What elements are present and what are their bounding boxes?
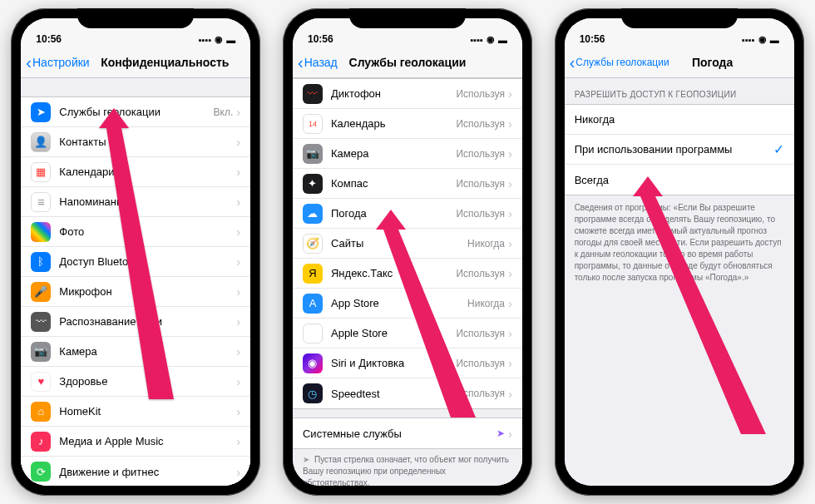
bluetooth-icon: ᛒ	[31, 252, 51, 272]
row-detail: Используя	[456, 268, 505, 279]
row-microphone[interactable]: 🎤 Микрофон ›	[21, 277, 250, 307]
row-speech[interactable]: 〰 Распознавание речи ›	[21, 307, 250, 337]
speech-icon: 〰	[31, 312, 51, 332]
chevron-right-icon: ›	[508, 176, 512, 190]
option-label: Всегда	[575, 174, 784, 186]
row-safari[interactable]: 🧭 Сайты Никогда ›	[293, 229, 522, 259]
row-label: HomeKit	[59, 405, 236, 418]
chevron-right-icon: ›	[236, 344, 240, 358]
chevron-right-icon: ›	[508, 266, 512, 280]
cell-group-options: Никогда При использовании программы ✓ Вс…	[565, 104, 794, 195]
row-label: Движение и фитнес	[59, 466, 236, 478]
row-health[interactable]: Здоровье ›	[21, 367, 250, 397]
screen: 10:56 ▪▪▪▪ ◉ ▬ ‹ Настройки Конфиденциаль…	[21, 18, 250, 486]
row-system-services[interactable]: Системные службы ➤ ›	[293, 418, 522, 448]
chevron-right-icon: ›	[508, 326, 512, 340]
chevron-left-icon: ‹	[26, 54, 32, 71]
nav-back-label: Настройки	[32, 56, 90, 69]
row-camera[interactable]: 📷 Камера Используя ›	[293, 139, 522, 169]
row-detail: Используя	[456, 178, 505, 190]
option-never[interactable]: Никогда	[565, 105, 794, 135]
group-header: РАЗРЕШИТЬ ДОСТУП К ГЕОПОЗИЦИИ	[565, 78, 794, 104]
row-contacts[interactable]: 👤 Контакты ›	[21, 127, 250, 157]
chevron-right-icon: ›	[508, 86, 512, 101]
nav-back-button[interactable]: ‹ Назад	[298, 54, 338, 71]
wifi-icon: ◉	[758, 34, 767, 45]
nav-back-button[interactable]: ‹ Настройки	[26, 54, 89, 71]
row-dictaphone[interactable]: 〰 Диктофон Используя ›	[293, 79, 522, 109]
chevron-right-icon: ›	[508, 236, 512, 250]
row-fitness[interactable]: ⟳ Движение и фитнес ›	[21, 457, 250, 486]
contacts-icon: 👤	[31, 132, 51, 152]
row-location-services[interactable]: ➤ Службы геолокации Вкл. ›	[21, 97, 250, 127]
status-time: 10:56	[580, 33, 605, 45]
row-bluetooth[interactable]: ᛒ Доступ Bluetooth ›	[21, 247, 250, 277]
camera-icon: 📷	[31, 342, 51, 362]
battery-icon: ▬	[770, 35, 779, 45]
content[interactable]: 〰 Диктофон Используя › 14 Календарь Испо…	[293, 78, 522, 486]
row-detail: Используя	[456, 388, 505, 399]
chevron-right-icon: ›	[508, 356, 512, 370]
row-label: Погода	[331, 207, 456, 220]
row-label: Календари	[59, 166, 236, 178]
row-siri[interactable]: ◉ Siri и Диктовка Используя ›	[293, 348, 522, 378]
row-label: Siri и Диктовка	[331, 357, 456, 369]
row-media[interactable]: ♪ Медиа и Apple Music ›	[21, 427, 250, 457]
row-label: Диктофон	[331, 87, 456, 100]
nav-back-label: Назад	[304, 56, 338, 69]
row-label: Здоровье	[59, 375, 236, 388]
nav-bar: ‹ Назад Службы геолокации	[293, 47, 522, 78]
chevron-right-icon: ›	[508, 146, 512, 161]
row-speedtest[interactable]: ◷ Speedtest Используя ›	[293, 378, 522, 408]
row-compass[interactable]: ✦ Компас Используя ›	[293, 169, 522, 199]
row-label: Компас	[331, 177, 456, 190]
row-yandex[interactable]: Я Яндекс.Такс Используя ›	[293, 259, 522, 289]
row-detail: Используя	[456, 208, 505, 220]
row-detail: Используя	[456, 358, 505, 369]
footer-legend: ➤Пустая стрелка означает, что объект мог…	[293, 449, 522, 486]
row-photos[interactable]: Фото ›	[21, 217, 250, 247]
row-label: Яндекс.Такс	[331, 267, 456, 279]
calendar-icon: ▦	[31, 162, 51, 182]
row-weather[interactable]: ☁ Погода Используя ›	[293, 199, 522, 229]
option-label: Никогда	[575, 113, 784, 126]
screen: 10:56 ▪▪▪▪ ◉ ▬ ‹ Службы геолокации Погод…	[565, 18, 794, 486]
content[interactable]: РАЗРЕШИТЬ ДОСТУП К ГЕОПОЗИЦИИ Никогда Пр…	[565, 78, 794, 486]
chevron-right-icon: ›	[236, 135, 240, 149]
row-label: Камера	[59, 345, 236, 358]
row-label: Напоминания	[59, 195, 236, 208]
screen: 10:56 ▪▪▪▪ ◉ ▬ ‹ Назад Службы геолокации…	[293, 18, 522, 486]
row-appstore[interactable]: A App Store Никогда ›	[293, 289, 522, 319]
chevron-right-icon: ›	[236, 284, 240, 299]
checkmark-icon: ✓	[773, 141, 784, 157]
option-while-using[interactable]: При использовании программы ✓	[565, 135, 794, 165]
chevron-right-icon: ›	[508, 427, 512, 441]
location-icon: ➤	[31, 102, 51, 122]
chevron-right-icon: ›	[236, 225, 240, 239]
nav-bar: ‹ Настройки Конфиденциальность	[21, 47, 250, 78]
option-always[interactable]: Всегда	[565, 165, 794, 195]
wifi-icon: ◉	[487, 34, 495, 45]
notch	[349, 8, 466, 28]
chevron-right-icon: ›	[236, 374, 240, 388]
siri-icon: ◉	[303, 353, 323, 373]
status-time: 10:56	[36, 33, 62, 45]
row-label: Службы геолокации	[59, 106, 213, 118]
location-indicator-icon: ➤	[496, 427, 505, 439]
nav-back-button[interactable]: ‹ Службы геолокации	[570, 54, 669, 71]
signal-icon: ▪▪▪▪	[199, 35, 212, 45]
notch	[77, 8, 194, 28]
row-detail: Никогда	[467, 298, 505, 309]
content[interactable]: ➤ Службы геолокации Вкл. › 👤 Контакты › …	[21, 78, 250, 486]
row-homekit[interactable]: ⌂ HomeKit ›	[21, 397, 250, 427]
chevron-right-icon: ›	[508, 206, 512, 220]
row-camera[interactable]: 📷 Камера ›	[21, 337, 250, 367]
row-applestore[interactable]: Apple Store Используя ›	[293, 319, 522, 348]
camera-icon: 📷	[303, 144, 323, 164]
row-reminders[interactable]: Напоминания ›	[21, 187, 250, 217]
chevron-right-icon: ›	[236, 105, 240, 119]
row-detail: Используя	[456, 118, 505, 130]
status-time: 10:56	[308, 33, 333, 45]
row-calendars[interactable]: ▦ Календари ›	[21, 157, 250, 187]
row-calendar[interactable]: 14 Календарь Используя ›	[293, 109, 522, 139]
